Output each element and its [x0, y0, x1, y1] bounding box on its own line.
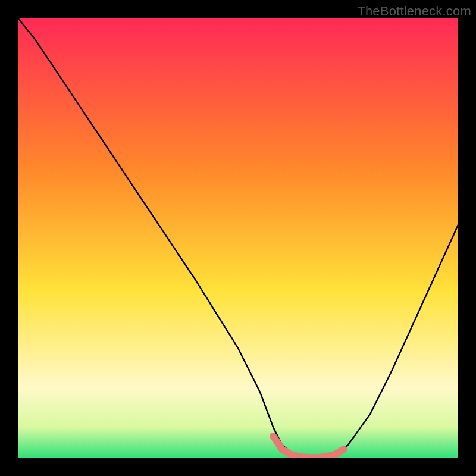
chart-stage: TheBottleneck.com: [0, 0, 476, 476]
curve-layer: [18, 18, 458, 458]
highlight-dot: [270, 433, 276, 439]
highlight-dot: [278, 446, 286, 453]
bottleneck-curve: [18, 18, 458, 458]
attribution-text: TheBottleneck.com: [357, 4, 471, 19]
highlight-markers: [270, 433, 343, 458]
plot-area: [18, 18, 458, 458]
